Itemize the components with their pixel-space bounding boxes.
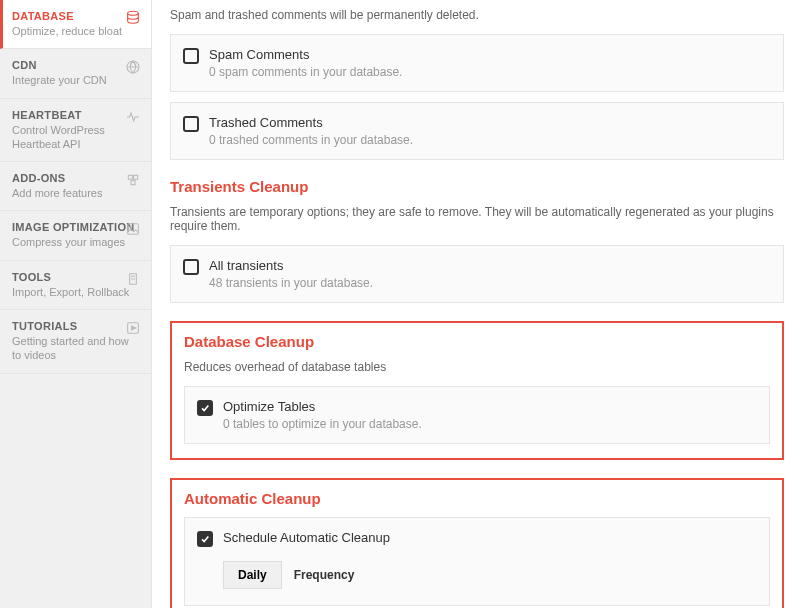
tools-icon (125, 271, 141, 287)
trashed-checkbox[interactable] (183, 116, 199, 132)
transients-desc: Transients are temporary options; they a… (170, 205, 784, 233)
sidebar-item-title: TOOLS (12, 271, 141, 283)
schedule-checkbox[interactable] (197, 531, 213, 547)
intro-text: Spam and trashed comments will be perman… (170, 8, 784, 22)
svg-rect-3 (134, 176, 138, 180)
frequency-label: Frequency (294, 568, 355, 582)
option-sub: 0 trashed comments in your database. (209, 133, 413, 147)
image-icon (125, 221, 141, 237)
puzzle-icon (125, 172, 141, 188)
automatic-cleanup-section: Automatic Cleanup Schedule Automatic Cle… (170, 478, 784, 608)
sidebar-item-title: IMAGE OPTIMIZATION (12, 221, 141, 233)
main-content: Spam and trashed comments will be perman… (152, 0, 800, 608)
optimize-checkbox[interactable] (197, 400, 213, 416)
sidebar-item-tutorials[interactable]: TUTORIALS Getting started and how to vid… (0, 310, 151, 374)
optimize-tables-option: Optimize Tables 0 tables to optimize in … (184, 386, 770, 444)
svg-rect-2 (128, 176, 132, 180)
sidebar-item-title: CDN (12, 59, 141, 71)
option-label: All transients (209, 258, 373, 273)
option-sub: 0 tables to optimize in your database. (223, 417, 422, 431)
sidebar-item-database[interactable]: DATABASE Optimize, reduce bloat (0, 0, 151, 49)
sidebar-item-title: ADD-ONS (12, 172, 141, 184)
spam-checkbox[interactable] (183, 48, 199, 64)
sidebar-item-subtitle: Optimize, reduce bloat (12, 24, 141, 38)
auto-heading: Automatic Cleanup (184, 490, 770, 507)
sidebar: DATABASE Optimize, reduce bloat CDN Inte… (0, 0, 152, 608)
option-label: Trashed Comments (209, 115, 413, 130)
option-sub: 48 transients in your database. (209, 276, 373, 290)
sidebar-item-subtitle: Control WordPress Heartbeat API (12, 123, 141, 152)
dbcleanup-desc: Reduces overhead of database tables (184, 360, 770, 374)
all-transients-option: All transients 48 transients in your dat… (170, 245, 784, 303)
sidebar-item-tools[interactable]: TOOLS Import, Export, Rollback (0, 261, 151, 310)
option-label: Spam Comments (209, 47, 402, 62)
sidebar-item-title: HEARTBEAT (12, 109, 141, 121)
spam-comments-option: Spam Comments 0 spam comments in your da… (170, 34, 784, 92)
sidebar-item-subtitle: Import, Export, Rollback (12, 285, 141, 299)
sidebar-item-addons[interactable]: ADD-ONS Add more features (0, 162, 151, 211)
trashed-comments-option: Trashed Comments 0 trashed comments in y… (170, 102, 784, 160)
option-label: Optimize Tables (223, 399, 422, 414)
globe-icon (125, 59, 141, 75)
option-label: Schedule Automatic Cleanup (223, 530, 390, 545)
svg-rect-4 (131, 181, 135, 185)
frequency-row: Daily Frequency (223, 561, 757, 589)
svg-rect-5 (128, 224, 139, 235)
frequency-button[interactable]: Daily (223, 561, 282, 589)
sidebar-item-cdn[interactable]: CDN Integrate your CDN (0, 49, 151, 98)
sidebar-item-image-opt[interactable]: IMAGE OPTIMIZATION Compress your images (0, 211, 151, 260)
database-icon (125, 10, 141, 26)
svg-point-6 (130, 226, 132, 228)
sidebar-item-subtitle: Compress your images (12, 235, 141, 249)
sidebar-item-heartbeat[interactable]: HEARTBEAT Control WordPress Heartbeat AP… (0, 99, 151, 163)
option-sub: 0 spam comments in your database. (209, 65, 402, 79)
sidebar-item-subtitle: Getting started and how to videos (12, 334, 141, 363)
transients-heading: Transients Cleanup (170, 178, 784, 195)
play-icon (125, 320, 141, 336)
schedule-option: Schedule Automatic Cleanup Daily Frequen… (184, 517, 770, 606)
sidebar-item-title: DATABASE (12, 10, 141, 22)
dbcleanup-heading: Database Cleanup (184, 333, 770, 350)
database-cleanup-section: Database Cleanup Reduces overhead of dat… (170, 321, 784, 460)
heartbeat-icon (125, 109, 141, 125)
sidebar-item-title: TUTORIALS (12, 320, 141, 332)
svg-point-0 (128, 11, 139, 15)
sidebar-item-subtitle: Add more features (12, 186, 141, 200)
sidebar-item-subtitle: Integrate your CDN (12, 73, 141, 87)
transients-checkbox[interactable] (183, 259, 199, 275)
